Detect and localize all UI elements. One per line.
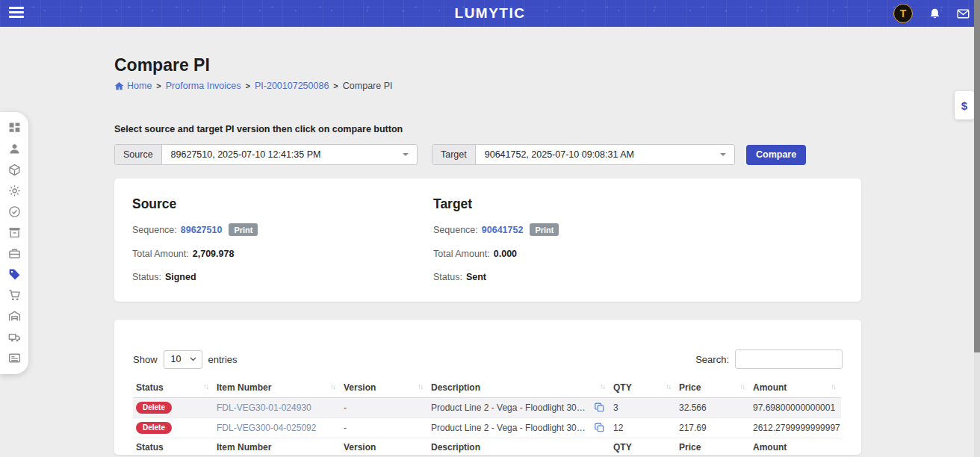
comparison-table-card: Show 10 entries Search: Status↑↓ Ite [114,320,861,455]
target-print-button[interactable]: Print [530,223,559,236]
sidebar-item-cart[interactable] [8,289,21,302]
compare-summary-card: Source Sequence: 89627510 Print Total Am… [114,178,861,302]
chevron-down-icon [403,153,409,156]
navbar-actions: T [893,0,970,27]
row-item-number-cell: FDL-VEG300-04-025092 [214,417,341,438]
source-sequence-link[interactable]: 89627510 [181,225,223,235]
show-label: Show [133,354,158,365]
sidebar-item-tags[interactable] [8,268,21,281]
target-version-value: 90641752, 2025-07-10 09:08:31 AM [485,149,634,160]
currency-side-tab[interactable]: $ [955,91,974,119]
row-status-cell: Delete [133,417,214,438]
sidebar-item-shipping[interactable] [8,331,21,343]
avatar-initial: T [900,7,907,19]
table-footer-row: Status Item Number Version Description Q… [133,438,841,455]
user-avatar[interactable]: T [893,4,913,23]
messages-mail-icon[interactable] [957,7,970,20]
sort-icon: ↑↓ [600,382,604,391]
scrollbar-thumb[interactable] [974,0,980,352]
page-size-value: 10 [171,354,182,364]
row-amount-cell: 97.69800000000001 [750,397,841,417]
source-status: Signed [165,272,196,282]
chevron-down-icon [190,357,196,361]
entries-label: entries [208,354,238,365]
target-heading: Target [433,196,843,212]
breadcrumb-pi-number-link[interactable]: PI-200107250086 [255,81,329,91]
total-amount-label: Total Amount: [132,249,189,259]
status-label: Status: [433,272,462,282]
sort-icon: ↑↓ [831,382,835,391]
sidebar-item-customers[interactable] [8,143,21,155]
row-amount-cell: 2612.2799999999997 [750,417,841,438]
column-header-version[interactable]: Version↑↓ [341,378,428,397]
source-print-button[interactable]: Print [229,223,258,236]
sidebar-item-dashboard[interactable] [8,122,21,134]
table-header-row: Status↑↓ Item Number↑↓ Version↑↓ Descrip… [133,378,841,397]
notifications-bell-icon[interactable] [928,7,941,20]
source-heading: Source [132,196,433,212]
sidebar-item-products[interactable] [8,164,21,176]
row-qty-cell: 3 [610,397,676,417]
column-header-status[interactable]: Status↑↓ [133,378,214,397]
sidebar-item-warehouse[interactable] [8,310,21,323]
sequence-label: Sequence: [433,225,478,235]
column-header-description[interactable]: Description↑↓ [428,378,610,397]
copy-icon[interactable] [595,402,604,412]
target-version-group: Target 90641752, 2025-07-10 09:08:31 AM [432,144,735,165]
breadcrumb-home-link[interactable]: Home [114,81,152,91]
page-size-select[interactable]: 10 [164,350,202,369]
column-header-qty[interactable]: QTY↑↓ [610,378,676,397]
sidebar-item-briefcase[interactable] [8,247,21,260]
item-number-link[interactable]: FDL-VEG30-01-024930 [217,402,311,413]
footer-amount: Amount [750,438,841,455]
breadcrumb: Home > Proforma Invoices > PI-2001072500… [114,81,861,91]
footer-item-number: Item Number [214,438,341,455]
source-label: Source [115,145,162,164]
page-title: Compare PI [114,55,861,75]
source-version-value: 89627510, 2025-07-10 12:41:35 PM [171,149,321,160]
breadcrumb-separator: > [246,81,250,90]
row-version-cell: - [341,417,428,438]
status-badge: Delete [136,402,172,414]
breadcrumb-separator: > [156,81,161,90]
row-description-cell: Product Line 2 - Vega - Floodlight 30wat… [428,397,610,417]
page-size-control: Show 10 entries [133,350,238,369]
target-sequence-link[interactable]: 90641752 [482,225,524,235]
source-version-group: Source 89627510, 2025-07-10 12:41:35 PM [114,144,418,165]
footer-qty: QTY [610,438,676,455]
chevron-down-icon [720,153,726,156]
row-status-cell: Delete [133,397,214,417]
item-number-link[interactable]: FDL-VEG300-04-025092 [217,423,316,433]
breadcrumb-proforma-invoices-link[interactable]: Proforma Invoices [166,81,241,91]
compare-button[interactable]: Compare [746,145,806,165]
page-scrollbar[interactable] [974,0,980,457]
dollar-icon: $ [961,99,967,112]
target-label: Target [432,145,476,164]
row-item-number-cell: FDL-VEG30-01-024930 [214,397,341,417]
sidebar-item-settings[interactable] [8,184,21,197]
sort-icon: ↑↓ [739,382,744,391]
table-row: Delete FDL-VEG300-04-025092 - Product Li… [133,417,841,438]
copy-icon[interactable] [595,423,604,432]
column-header-item-number[interactable]: Item Number↑↓ [214,378,341,397]
comparison-table: Status↑↓ Item Number↑↓ Version↑↓ Descrip… [133,378,841,455]
menu-toggle-button[interactable] [9,7,25,20]
sort-icon: ↑↓ [330,382,335,391]
sequence-label: Sequence: [132,225,177,235]
sidebar-item-approvals[interactable] [8,205,21,218]
target-panel: Target Sequence: 90641752 Print Total Am… [433,196,843,284]
column-header-amount[interactable]: Amount↑↓ [750,378,841,397]
status-badge: Delete [136,422,172,434]
sidebar-item-archive[interactable] [8,226,21,239]
breadcrumb-current: Compare PI [343,81,393,91]
main-content: Compare PI Home > Proforma Invoices > PI… [114,27,861,455]
source-version-select[interactable]: 89627510, 2025-07-10 12:41:35 PM [162,145,417,164]
source-panel: Source Sequence: 89627510 Print Total Am… [132,196,433,284]
row-price-cell: 217.69 [676,417,750,438]
sidebar-item-invoices[interactable] [8,352,21,364]
target-version-select[interactable]: 90641752, 2025-07-10 09:08:31 AM [476,145,734,164]
compare-form: Source 89627510, 2025-07-10 12:41:35 PM … [114,144,861,165]
search-input[interactable] [735,349,843,369]
column-header-price[interactable]: Price↑↓ [676,378,750,397]
table-row: Delete FDL-VEG30-01-024930 - Product Lin… [133,397,841,417]
